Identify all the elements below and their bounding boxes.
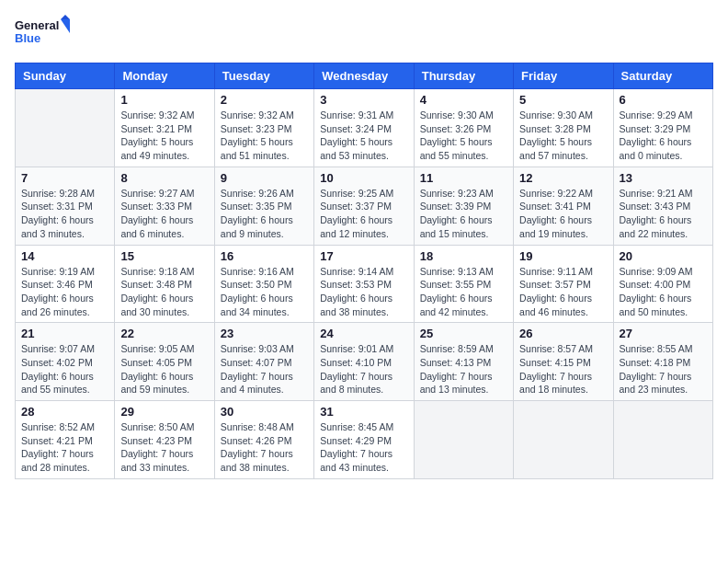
day-info: Sunrise: 8:50 AMSunset: 4:23 PMDaylight:… xyxy=(120,420,208,475)
svg-marker-2 xyxy=(61,19,70,33)
calendar-table: SundayMondayTuesdayWednesdayThursdayFrid… xyxy=(15,63,713,479)
day-info: Sunrise: 9:25 AMSunset: 3:37 PMDaylight:… xyxy=(320,187,407,241)
day-number: 29 xyxy=(120,405,208,419)
calendar-header-monday: Monday xyxy=(115,63,214,89)
calendar-header-sunday: Sunday xyxy=(16,63,115,89)
day-number: 1 xyxy=(120,93,208,107)
calendar-cell: 27Sunrise: 8:55 AMSunset: 4:18 PMDayligh… xyxy=(613,323,712,401)
day-number: 9 xyxy=(221,171,308,185)
day-number: 11 xyxy=(420,171,507,185)
day-number: 27 xyxy=(620,327,707,340)
day-info: Sunrise: 9:23 AMSunset: 3:39 PMDaylight:… xyxy=(420,187,507,241)
day-number: 8 xyxy=(120,171,208,185)
calendar-cell: 28Sunrise: 8:52 AMSunset: 4:21 PMDayligh… xyxy=(16,401,115,479)
day-info: Sunrise: 9:31 AMSunset: 3:24 PMDaylight:… xyxy=(320,109,407,163)
calendar-cell: 26Sunrise: 8:57 AMSunset: 4:15 PMDayligh… xyxy=(514,323,613,401)
logo-svg: General Blue xyxy=(15,15,70,53)
day-number: 17 xyxy=(320,249,407,263)
day-info: Sunrise: 9:32 AMSunset: 3:21 PMDaylight:… xyxy=(120,109,208,163)
day-info: Sunrise: 9:30 AMSunset: 3:28 PMDaylight:… xyxy=(519,109,607,163)
day-number: 21 xyxy=(21,327,108,340)
day-number: 23 xyxy=(221,327,308,340)
calendar-cell: 10Sunrise: 9:25 AMSunset: 3:37 PMDayligh… xyxy=(314,167,414,245)
calendar-week-row: 1Sunrise: 9:32 AMSunset: 3:21 PMDaylight… xyxy=(16,89,713,167)
calendar-cell: 6Sunrise: 9:29 AMSunset: 3:29 PMDaylight… xyxy=(613,89,712,167)
calendar-cell: 7Sunrise: 9:28 AMSunset: 3:31 PMDaylight… xyxy=(16,167,115,245)
calendar-cell: 13Sunrise: 9:21 AMSunset: 3:43 PMDayligh… xyxy=(613,167,712,245)
calendar-cell: 21Sunrise: 9:07 AMSunset: 4:02 PMDayligh… xyxy=(16,323,115,401)
day-number: 24 xyxy=(320,327,407,340)
calendar-cell: 8Sunrise: 9:27 AMSunset: 3:33 PMDaylight… xyxy=(115,167,214,245)
day-info: Sunrise: 9:29 AMSunset: 3:29 PMDaylight:… xyxy=(620,109,707,163)
day-info: Sunrise: 9:03 AMSunset: 4:07 PMDaylight:… xyxy=(221,342,308,396)
day-number: 7 xyxy=(21,171,108,185)
calendar-cell: 12Sunrise: 9:22 AMSunset: 3:41 PMDayligh… xyxy=(514,167,613,245)
day-info: Sunrise: 9:05 AMSunset: 4:05 PMDaylight:… xyxy=(120,342,208,396)
day-info: Sunrise: 8:55 AMSunset: 4:18 PMDaylight:… xyxy=(620,342,707,396)
day-info: Sunrise: 9:13 AMSunset: 3:55 PMDaylight:… xyxy=(420,265,507,319)
calendar-cell: 1Sunrise: 9:32 AMSunset: 3:21 PMDaylight… xyxy=(115,89,214,167)
calendar-header-row: SundayMondayTuesdayWednesdayThursdayFrid… xyxy=(16,63,713,89)
day-number: 3 xyxy=(320,93,407,107)
calendar-cell: 17Sunrise: 9:14 AMSunset: 3:53 PMDayligh… xyxy=(314,245,414,323)
calendar-header-saturday: Saturday xyxy=(613,63,712,89)
day-number: 12 xyxy=(519,171,607,185)
calendar-cell: 5Sunrise: 9:30 AMSunset: 3:28 PMDaylight… xyxy=(514,89,613,167)
svg-text:Blue: Blue xyxy=(15,31,40,45)
calendar-cell: 20Sunrise: 9:09 AMSunset: 4:00 PMDayligh… xyxy=(613,245,712,323)
calendar-cell: 18Sunrise: 9:13 AMSunset: 3:55 PMDayligh… xyxy=(414,245,513,323)
day-info: Sunrise: 9:22 AMSunset: 3:41 PMDaylight:… xyxy=(519,187,607,241)
calendar-cell: 19Sunrise: 9:11 AMSunset: 3:57 PMDayligh… xyxy=(514,245,613,323)
day-number: 30 xyxy=(221,405,308,419)
day-number: 10 xyxy=(320,171,407,185)
svg-marker-3 xyxy=(61,15,70,19)
day-number: 22 xyxy=(120,327,208,340)
page-header: General Blue xyxy=(15,15,713,53)
day-info: Sunrise: 9:32 AMSunset: 3:23 PMDaylight:… xyxy=(221,109,308,163)
day-info: Sunrise: 9:19 AMSunset: 3:46 PMDaylight:… xyxy=(21,265,108,319)
calendar-cell: 14Sunrise: 9:19 AMSunset: 3:46 PMDayligh… xyxy=(16,245,115,323)
calendar-cell: 30Sunrise: 8:48 AMSunset: 4:26 PMDayligh… xyxy=(214,401,313,479)
calendar-cell: 25Sunrise: 8:59 AMSunset: 4:13 PMDayligh… xyxy=(414,323,513,401)
calendar-cell: 15Sunrise: 9:18 AMSunset: 3:48 PMDayligh… xyxy=(115,245,214,323)
calendar-cell: 22Sunrise: 9:05 AMSunset: 4:05 PMDayligh… xyxy=(115,323,214,401)
day-info: Sunrise: 8:57 AMSunset: 4:15 PMDaylight:… xyxy=(519,342,607,396)
day-number: 26 xyxy=(519,327,607,340)
day-info: Sunrise: 9:26 AMSunset: 3:35 PMDaylight:… xyxy=(221,187,308,241)
calendar-cell: 3Sunrise: 9:31 AMSunset: 3:24 PMDaylight… xyxy=(314,89,414,167)
calendar-cell xyxy=(414,401,513,479)
day-number: 31 xyxy=(320,405,407,419)
calendar-week-row: 28Sunrise: 8:52 AMSunset: 4:21 PMDayligh… xyxy=(16,401,713,479)
calendar-cell: 24Sunrise: 9:01 AMSunset: 4:10 PMDayligh… xyxy=(314,323,414,401)
day-info: Sunrise: 9:14 AMSunset: 3:53 PMDaylight:… xyxy=(320,265,407,319)
day-info: Sunrise: 9:11 AMSunset: 3:57 PMDaylight:… xyxy=(519,265,607,319)
day-number: 20 xyxy=(620,249,707,263)
calendar-header-friday: Friday xyxy=(514,63,613,89)
day-number: 25 xyxy=(420,327,507,340)
day-number: 18 xyxy=(420,249,507,263)
day-number: 6 xyxy=(620,93,707,107)
day-number: 19 xyxy=(519,249,607,263)
day-info: Sunrise: 8:52 AMSunset: 4:21 PMDaylight:… xyxy=(21,420,108,475)
day-number: 28 xyxy=(21,405,108,419)
day-info: Sunrise: 9:01 AMSunset: 4:10 PMDaylight:… xyxy=(320,342,407,396)
day-info: Sunrise: 9:16 AMSunset: 3:50 PMDaylight:… xyxy=(221,265,308,319)
calendar-cell: 29Sunrise: 8:50 AMSunset: 4:23 PMDayligh… xyxy=(115,401,214,479)
day-info: Sunrise: 9:30 AMSunset: 3:26 PMDaylight:… xyxy=(420,109,507,163)
calendar-header-wednesday: Wednesday xyxy=(314,63,414,89)
day-info: Sunrise: 8:48 AMSunset: 4:26 PMDaylight:… xyxy=(221,420,308,475)
day-info: Sunrise: 9:09 AMSunset: 4:00 PMDaylight:… xyxy=(620,265,707,319)
calendar-header-thursday: Thursday xyxy=(414,63,513,89)
day-info: Sunrise: 9:21 AMSunset: 3:43 PMDaylight:… xyxy=(620,187,707,241)
day-info: Sunrise: 8:45 AMSunset: 4:29 PMDaylight:… xyxy=(320,420,407,475)
logo: General Blue xyxy=(15,15,70,53)
calendar-cell: 2Sunrise: 9:32 AMSunset: 3:23 PMDaylight… xyxy=(214,89,313,167)
day-number: 15 xyxy=(120,249,208,263)
calendar-cell xyxy=(613,401,712,479)
calendar-week-row: 14Sunrise: 9:19 AMSunset: 3:46 PMDayligh… xyxy=(16,245,713,323)
day-number: 14 xyxy=(21,249,108,263)
day-info: Sunrise: 9:28 AMSunset: 3:31 PMDaylight:… xyxy=(21,187,108,241)
day-info: Sunrise: 9:27 AMSunset: 3:33 PMDaylight:… xyxy=(120,187,208,241)
calendar-cell: 11Sunrise: 9:23 AMSunset: 3:39 PMDayligh… xyxy=(414,167,513,245)
calendar-cell xyxy=(514,401,613,479)
